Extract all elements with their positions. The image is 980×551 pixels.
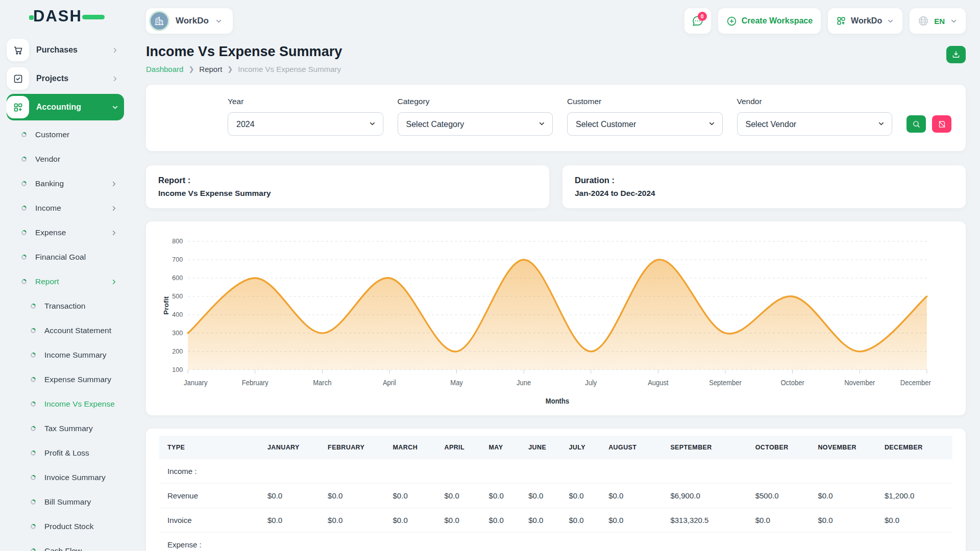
donut-icon (30, 303, 36, 309)
chevron-right-icon: ❯ (227, 65, 233, 73)
svg-text:November: November (844, 379, 875, 386)
chevron-down-icon (215, 17, 223, 25)
donut-icon (21, 279, 27, 285)
sidebar-item-label: Product Stock (44, 522, 124, 531)
chevron-down-icon (111, 104, 119, 111)
table-cell: $0.0 (813, 508, 879, 533)
vendor-field: Vendor Select Vendor (737, 97, 893, 136)
customer-select[interactable]: Select Customer (567, 112, 723, 136)
sidebar-item-label: Bill Summary (44, 497, 124, 507)
logo-text: DASH (33, 7, 82, 26)
year-label: Year (228, 97, 383, 106)
duration-label: Duration : (575, 176, 953, 185)
sidebar-item-purchases[interactable]: Purchases (7, 37, 124, 63)
sidebar: DASH PurchasesProjectsAccountingCustomer… (0, 0, 131, 551)
profit-chart-card: 100200300400500600700800JanuaryFebruaryM… (146, 221, 966, 415)
sidebar-item-report[interactable]: Report (7, 269, 124, 294)
messages-button[interactable]: 0 (684, 8, 711, 34)
reset-filter-button[interactable] (932, 115, 951, 133)
breadcrumb-dashboard[interactable]: Dashboard (146, 65, 183, 73)
table-cell: $0.0 (523, 508, 564, 533)
year-select[interactable]: 2024 (228, 112, 383, 136)
sidebar-item-vendor[interactable]: Vendor (7, 147, 124, 171)
svg-text:200: 200 (172, 347, 183, 355)
chevron-down-icon (950, 17, 958, 25)
sidebar-item-cash-flow[interactable]: Cash Flow (7, 539, 124, 551)
sidebar-item-transaction[interactable]: Transaction (7, 294, 124, 318)
table-cell: $0.0 (388, 484, 439, 508)
sidebar-item-bill-summary[interactable]: Bill Summary (7, 490, 124, 514)
create-workspace-label: Create Workspace (742, 16, 813, 26)
sidebar-item-financial-goal[interactable]: Financial Goal (7, 245, 124, 269)
sidebar-item-accounting[interactable]: Accounting (7, 94, 124, 120)
donut-icon (30, 377, 36, 383)
table-cell: $0.0 (323, 484, 387, 508)
create-workspace-button[interactable]: Create Workspace (718, 8, 821, 34)
sidebar-item-label: Income Vs Expense (44, 399, 124, 409)
sidebar-item-label: Financial Goal (35, 253, 124, 262)
category-field: Category Select Category (398, 97, 553, 136)
donut-icon (21, 254, 27, 260)
chevron-right-icon: ❯ (188, 65, 194, 73)
sidebar-item-customer[interactable]: Customer (7, 122, 124, 147)
table-cell: $0.0 (388, 508, 439, 533)
table-column-header: MARCH (388, 436, 439, 459)
category-select[interactable]: Select Category (398, 112, 553, 136)
sidebar-item-profit-loss[interactable]: Profit & Loss (7, 441, 124, 465)
svg-text:June: June (517, 379, 531, 386)
sidebar-item-product-stock[interactable]: Product Stock (7, 514, 124, 539)
sidebar-item-account-statement[interactable]: Account Statement (7, 318, 124, 343)
table-cell: $1,200.0 (879, 484, 952, 508)
check-square-icon (7, 67, 29, 90)
sidebar-item-income[interactable]: Income (7, 196, 124, 220)
donut-icon (21, 156, 27, 162)
income-expense-table-card: TYPEJANUARYFEBRUARYMARCHAPRILMAYJUNEJULY… (146, 429, 966, 551)
sidebar-item-invoice-summary[interactable]: Invoice Summary (7, 465, 124, 490)
building-icon (149, 11, 169, 31)
sidebar-item-expense-summary[interactable]: Expense Summary (7, 367, 124, 392)
workdo-menu-button[interactable]: WorkDo (828, 8, 902, 34)
table-column-header: TYPE (159, 436, 262, 459)
report-label: Report : (158, 176, 537, 185)
svg-text:July: July (585, 379, 597, 386)
duration-value: Jan-2024 to Dec-2024 (575, 189, 953, 198)
sidebar-item-expense[interactable]: Expense (7, 220, 124, 245)
table-cell: $0.0 (484, 484, 524, 508)
sidebar-item-label: Account Statement (44, 326, 124, 335)
workspace-switcher[interactable]: WorkDo (146, 8, 233, 34)
table-column-header: DECEMBER (879, 436, 952, 459)
svg-text:December: December (900, 379, 932, 386)
sidebar-item-projects[interactable]: Projects (7, 65, 124, 92)
svg-text:May: May (450, 379, 463, 386)
table-column-header: MAY (484, 436, 524, 459)
table-cell: $0.0 (262, 484, 323, 508)
donut-icon (30, 499, 36, 505)
vendor-select[interactable]: Select Vendor (737, 112, 893, 136)
table-cell: $0.0 (262, 508, 323, 533)
apply-filter-button[interactable] (906, 115, 926, 133)
sidebar-item-label: Tax Summary (44, 424, 124, 433)
sidebar-item-label: Cash Flow (44, 546, 124, 551)
sidebar-item-tax-summary[interactable]: Tax Summary (7, 416, 124, 441)
download-button[interactable] (946, 46, 966, 63)
table-cell: $500.0 (750, 484, 813, 508)
breadcrumb-report[interactable]: Report (199, 65, 222, 73)
sidebar-item-label: Expense (35, 228, 110, 237)
language-selector[interactable]: EN (910, 8, 966, 34)
donut-icon (21, 132, 27, 138)
workspace-name: WorkDo (176, 16, 209, 26)
table-cell: $0.0 (603, 484, 665, 508)
page-title: Income Vs Expense Summary (146, 44, 342, 60)
sidebar-item-banking[interactable]: Banking (7, 171, 124, 196)
profit-area-chart: 100200300400500600700800JanuaryFebruaryM… (159, 233, 952, 412)
search-icon (912, 120, 921, 129)
sidebar-item-income-summary[interactable]: Income Summary (7, 343, 124, 367)
sidebar-item-income-vs-expense[interactable]: Income Vs Expense (7, 392, 124, 416)
income-expense-table: TYPEJANUARYFEBRUARYMARCHAPRILMAYJUNEJULY… (159, 436, 952, 551)
year-field: Year 2024 (228, 97, 383, 136)
chevron-right-icon (110, 205, 118, 212)
app-logo[interactable]: DASH (7, 0, 124, 33)
chevron-right-icon (111, 75, 119, 83)
topbar: WorkDo 0 Create Workspace (146, 0, 966, 37)
donut-icon (21, 181, 27, 187)
